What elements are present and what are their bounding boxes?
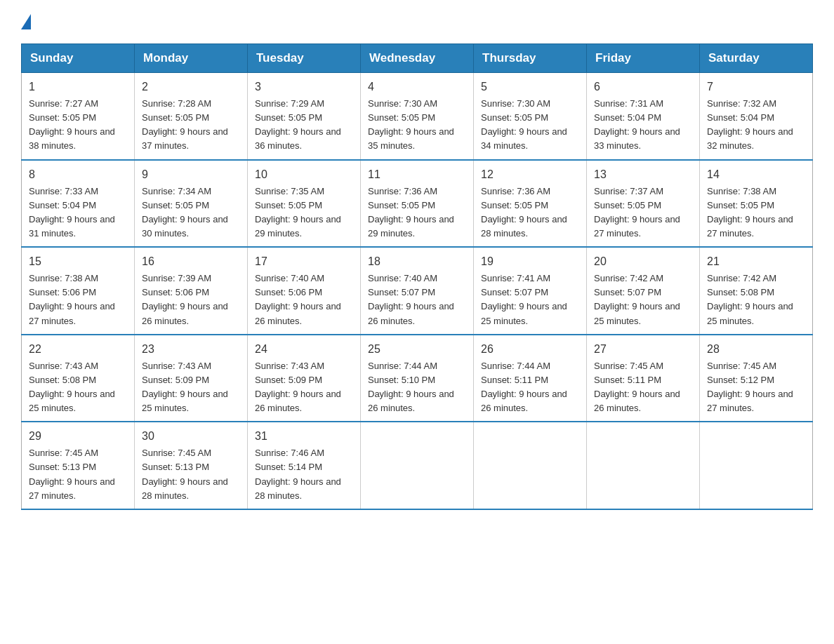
calendar-cell: 17Sunrise: 7:40 AMSunset: 5:06 PMDayligh… [248,247,361,335]
calendar-cell: 9Sunrise: 7:34 AMSunset: 5:05 PMDaylight… [135,160,248,248]
calendar-table: SundayMondayTuesdayWednesdayThursdayFrid… [21,43,813,510]
calendar-cell: 24Sunrise: 7:43 AMSunset: 5:09 PMDayligh… [248,335,361,422]
day-info: Sunrise: 7:30 AMSunset: 5:05 PMDaylight:… [481,98,567,151]
calendar-cell: 7Sunrise: 7:32 AMSunset: 5:04 PMDaylight… [700,73,813,160]
day-number: 26 [481,341,579,358]
calendar-cell: 6Sunrise: 7:31 AMSunset: 5:04 PMDaylight… [587,73,700,160]
calendar-week-5: 29Sunrise: 7:45 AMSunset: 5:13 PMDayligh… [22,422,813,509]
day-info: Sunrise: 7:44 AMSunset: 5:10 PMDaylight:… [368,361,454,413]
calendar-cell: 16Sunrise: 7:39 AMSunset: 5:06 PMDayligh… [135,247,248,335]
day-number: 19 [481,253,579,270]
day-number: 4 [368,79,466,95]
calendar-cell: 1Sunrise: 7:27 AMSunset: 5:05 PMDaylight… [22,73,135,160]
day-number: 24 [255,341,353,358]
day-info: Sunrise: 7:44 AMSunset: 5:11 PMDaylight:… [481,361,567,413]
calendar-cell [361,422,474,509]
day-info: Sunrise: 7:35 AMSunset: 5:05 PMDaylight:… [255,186,341,239]
day-info: Sunrise: 7:38 AMSunset: 5:05 PMDaylight:… [707,186,793,239]
day-number: 14 [707,166,805,183]
calendar-cell: 29Sunrise: 7:45 AMSunset: 5:13 PMDayligh… [22,422,135,509]
calendar-cell: 20Sunrise: 7:42 AMSunset: 5:07 PMDayligh… [587,247,700,335]
calendar-cell: 18Sunrise: 7:40 AMSunset: 5:07 PMDayligh… [361,247,474,335]
calendar-cell: 31Sunrise: 7:46 AMSunset: 5:14 PMDayligh… [248,422,361,509]
day-info: Sunrise: 7:43 AMSunset: 5:08 PMDaylight:… [29,361,115,413]
day-number: 2 [142,79,240,95]
day-number: 25 [368,341,466,358]
day-header-sunday: Sunday [22,44,135,73]
day-info: Sunrise: 7:40 AMSunset: 5:06 PMDaylight:… [255,273,341,326]
day-info: Sunrise: 7:36 AMSunset: 5:05 PMDaylight:… [368,186,454,239]
day-info: Sunrise: 7:43 AMSunset: 5:09 PMDaylight:… [142,361,228,413]
day-number: 13 [594,166,692,183]
day-number: 10 [255,166,353,183]
calendar-cell: 15Sunrise: 7:38 AMSunset: 5:06 PMDayligh… [22,247,135,335]
day-info: Sunrise: 7:46 AMSunset: 5:14 PMDaylight:… [255,448,341,500]
calendar-cell: 2Sunrise: 7:28 AMSunset: 5:05 PMDaylight… [135,73,248,160]
day-header-thursday: Thursday [474,44,587,73]
day-header-saturday: Saturday [700,44,813,73]
day-info: Sunrise: 7:37 AMSunset: 5:05 PMDaylight:… [594,186,680,239]
calendar-cell: 21Sunrise: 7:42 AMSunset: 5:08 PMDayligh… [700,247,813,335]
day-header-wednesday: Wednesday [361,44,474,73]
logo [21,14,32,29]
day-header-friday: Friday [587,44,700,73]
day-number: 21 [707,253,805,270]
calendar-cell [474,422,587,509]
day-info: Sunrise: 7:45 AMSunset: 5:11 PMDaylight:… [594,361,680,413]
day-info: Sunrise: 7:41 AMSunset: 5:07 PMDaylight:… [481,273,567,326]
day-number: 16 [142,253,240,270]
calendar-cell: 4Sunrise: 7:30 AMSunset: 5:05 PMDaylight… [361,73,474,160]
calendar-cell: 30Sunrise: 7:45 AMSunset: 5:13 PMDayligh… [135,422,248,509]
calendar-cell: 26Sunrise: 7:44 AMSunset: 5:11 PMDayligh… [474,335,587,422]
day-number: 11 [368,166,466,183]
day-number: 29 [29,428,127,445]
day-info: Sunrise: 7:42 AMSunset: 5:07 PMDaylight:… [594,273,680,326]
day-info: Sunrise: 7:36 AMSunset: 5:05 PMDaylight:… [481,186,567,239]
calendar-week-4: 22Sunrise: 7:43 AMSunset: 5:08 PMDayligh… [22,335,813,422]
day-info: Sunrise: 7:33 AMSunset: 5:04 PMDaylight:… [29,186,115,239]
day-number: 23 [142,341,240,358]
day-info: Sunrise: 7:43 AMSunset: 5:09 PMDaylight:… [255,361,341,413]
day-number: 12 [481,166,579,183]
calendar-cell: 22Sunrise: 7:43 AMSunset: 5:08 PMDayligh… [22,335,135,422]
calendar-week-1: 1Sunrise: 7:27 AMSunset: 5:05 PMDaylight… [22,73,813,160]
day-number: 3 [255,79,353,95]
calendar-cell: 14Sunrise: 7:38 AMSunset: 5:05 PMDayligh… [700,160,813,248]
day-info: Sunrise: 7:32 AMSunset: 5:04 PMDaylight:… [707,98,793,151]
calendar-cell: 19Sunrise: 7:41 AMSunset: 5:07 PMDayligh… [474,247,587,335]
calendar-cell: 11Sunrise: 7:36 AMSunset: 5:05 PMDayligh… [361,160,474,248]
day-number: 8 [29,166,127,183]
calendar-cell: 23Sunrise: 7:43 AMSunset: 5:09 PMDayligh… [135,335,248,422]
day-info: Sunrise: 7:28 AMSunset: 5:05 PMDaylight:… [142,98,228,151]
day-info: Sunrise: 7:31 AMSunset: 5:04 PMDaylight:… [594,98,680,151]
page-header [21,14,813,29]
calendar-week-2: 8Sunrise: 7:33 AMSunset: 5:04 PMDaylight… [22,160,813,248]
calendar-cell: 5Sunrise: 7:30 AMSunset: 5:05 PMDaylight… [474,73,587,160]
day-number: 20 [594,253,692,270]
day-info: Sunrise: 7:45 AMSunset: 5:13 PMDaylight:… [142,448,228,500]
day-info: Sunrise: 7:45 AMSunset: 5:13 PMDaylight:… [29,448,115,500]
day-number: 17 [255,253,353,270]
calendar-cell: 3Sunrise: 7:29 AMSunset: 5:05 PMDaylight… [248,73,361,160]
calendar-week-3: 15Sunrise: 7:38 AMSunset: 5:06 PMDayligh… [22,247,813,335]
logo-blue-text [21,14,32,29]
calendar-cell: 27Sunrise: 7:45 AMSunset: 5:11 PMDayligh… [587,335,700,422]
day-header-monday: Monday [135,44,248,73]
calendar-cell [587,422,700,509]
calendar-header-row: SundayMondayTuesdayWednesdayThursdayFrid… [22,44,813,73]
calendar-cell: 8Sunrise: 7:33 AMSunset: 5:04 PMDaylight… [22,160,135,248]
calendar-cell: 13Sunrise: 7:37 AMSunset: 5:05 PMDayligh… [587,160,700,248]
day-number: 9 [142,166,240,183]
day-number: 31 [255,428,353,445]
day-info: Sunrise: 7:40 AMSunset: 5:07 PMDaylight:… [368,273,454,326]
day-info: Sunrise: 7:39 AMSunset: 5:06 PMDaylight:… [142,273,228,326]
day-number: 7 [707,79,805,95]
calendar-cell: 28Sunrise: 7:45 AMSunset: 5:12 PMDayligh… [700,335,813,422]
day-info: Sunrise: 7:34 AMSunset: 5:05 PMDaylight:… [142,186,228,239]
calendar-cell: 12Sunrise: 7:36 AMSunset: 5:05 PMDayligh… [474,160,587,248]
day-header-tuesday: Tuesday [248,44,361,73]
day-number: 22 [29,341,127,358]
day-number: 18 [368,253,466,270]
day-info: Sunrise: 7:27 AMSunset: 5:05 PMDaylight:… [29,98,115,151]
day-info: Sunrise: 7:38 AMSunset: 5:06 PMDaylight:… [29,273,115,326]
